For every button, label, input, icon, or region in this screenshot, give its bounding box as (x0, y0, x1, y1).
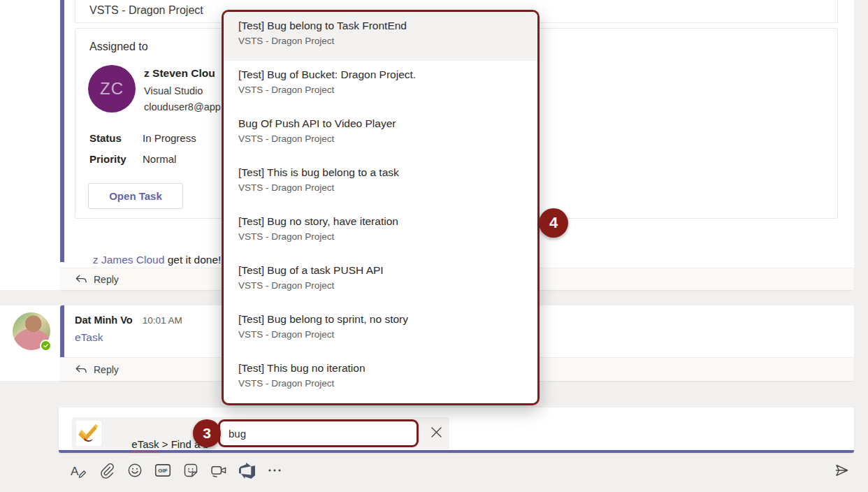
status-value: In Progress (143, 132, 196, 144)
sticker-icon[interactable] (181, 461, 201, 480)
result-title: Bug Of Push API to Video Player (238, 117, 528, 130)
author-line: Dat Minh Vo10:01 AM (75, 314, 182, 326)
compose-box[interactable]: eTask > Find a b (59, 407, 854, 453)
annotation-step-3: 3 (193, 419, 221, 447)
azure-devops-icon[interactable] (237, 461, 256, 480)
reply-label[interactable]: Reply (94, 364, 119, 375)
result-item[interactable]: Bug Of Push API to Video Player VSTS - D… (224, 110, 537, 159)
svg-text:GIF: GIF (158, 468, 168, 474)
assignee-email: clouduser8@app (144, 101, 221, 113)
etask-message-link[interactable]: eTask (75, 331, 103, 344)
assignee-avatar: ZC (88, 65, 136, 113)
result-subtitle: VSTS - Dragon Project (238, 329, 528, 340)
command-app-name: eTask (131, 438, 159, 450)
teams-chat-screen: VSTS - Dragon Project Assigned to ZC z S… (0, 0, 868, 492)
assignee-initials: ZC (100, 79, 124, 99)
result-subtitle: VSTS - Dragon Project (238, 182, 528, 193)
meet-now-camera-icon[interactable] (209, 461, 229, 480)
result-item[interactable]: [Test] This is bug belong to a task VSTS… (224, 159, 537, 208)
assignee-org: Visual Studio (144, 85, 203, 96)
annotation-step-4: 4 (539, 208, 568, 238)
bug-search-field[interactable] (218, 419, 419, 447)
bug-search-input[interactable] (220, 421, 417, 445)
result-subtitle: VSTS - Dragon Project (238, 85, 528, 95)
result-title: [Test] Bug of a task PUSH API (238, 264, 528, 277)
close-icon[interactable] (428, 424, 444, 440)
result-subtitle: VSTS - Dragon Project (238, 133, 528, 144)
message-timestamp: 10:01 AM (143, 315, 182, 326)
result-item[interactable]: [Test] Bug no story, have iteration VSTS… (224, 208, 537, 256)
open-task-button[interactable]: Open Task (88, 183, 183, 209)
priority-label: Priority (89, 153, 126, 165)
reply-arrow-icon (75, 274, 87, 284)
assignee-name: z Steven Clou (144, 67, 215, 80)
reply-label[interactable]: Reply (94, 274, 119, 285)
more-options-icon[interactable] (265, 461, 284, 480)
result-title: [Test] This is bug belong to a task (238, 166, 528, 179)
author-avatar[interactable] (13, 312, 50, 350)
reply-arrow-icon (75, 364, 87, 375)
result-item[interactable]: [Test] This bug no iteration VSTS - Drag… (224, 354, 537, 403)
bug-results-dropdown: [Test] Bug belong to Task FrontEnd VSTS … (222, 10, 540, 405)
gif-icon[interactable]: GIF (153, 461, 173, 480)
status-label: Status (89, 132, 122, 144)
result-title: [Test] Bug of Bucket: Dragon Project. (238, 68, 528, 81)
emoji-icon[interactable] (125, 461, 145, 480)
format-icon[interactable]: A (69, 461, 89, 480)
etask-logo-icon (76, 421, 101, 446)
result-title: [Test] This bug no iteration (238, 362, 528, 375)
result-subtitle: VSTS - Dragon Project (238, 231, 528, 242)
result-item[interactable]: [Test] Bug belong to Task FrontEnd VSTS … (224, 12, 537, 61)
result-title: [Test] Bug belong to Task FrontEnd (238, 20, 528, 32)
result-title: [Test] Bug belong to sprint, no story (238, 313, 528, 326)
available-status-icon (40, 340, 52, 352)
attach-icon[interactable] (97, 461, 117, 480)
send-icon[interactable] (832, 461, 851, 480)
author-name[interactable]: Dat Minh Vo (75, 314, 133, 326)
etask-command-chip[interactable]: eTask > Find a b (72, 417, 449, 449)
result-subtitle: VSTS - Dragon Project (238, 36, 528, 46)
priority-value: Normal (143, 153, 176, 165)
result-item[interactable]: [Test] Bug of Bucket: Dragon Project. VS… (224, 61, 537, 110)
svg-text:A: A (71, 464, 79, 478)
previous-card-title: VSTS - Dragon Project (89, 4, 203, 17)
assigned-to-label: Assigned to (89, 41, 148, 53)
message-1-body: get it done! (164, 254, 221, 266)
mention-link[interactable]: z James Cloud (93, 254, 165, 266)
result-subtitle: VSTS - Dragon Project (238, 378, 528, 389)
result-subtitle: VSTS - Dragon Project (238, 280, 528, 291)
result-item[interactable]: [Test] Bug belong to sprint, no story VS… (224, 305, 537, 354)
result-title: [Test] Bug no story, have iteration (238, 215, 528, 228)
result-item[interactable]: [Test] Bug of a task PUSH API VSTS - Dra… (224, 256, 537, 305)
mention-accent-bar (60, 0, 64, 262)
